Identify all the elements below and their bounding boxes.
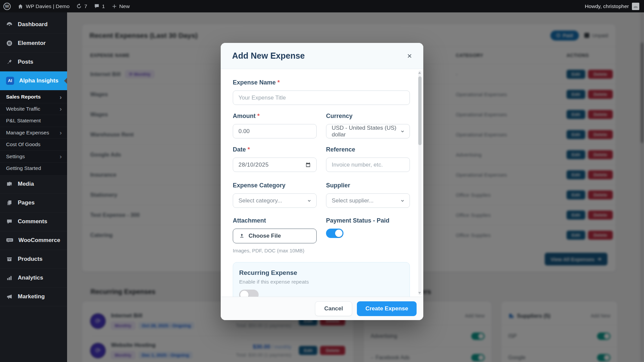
amount-label: Amount [233,113,256,120]
comment-icon [6,218,13,225]
recurring-expense-title: Recurring Expense [239,269,404,277]
sidebar-item-sales-reports[interactable]: Sales Reports› [0,91,67,103]
reference-input[interactable] [326,158,410,172]
amount-input[interactable] [233,124,317,138]
choose-file-button[interactable]: Choose File [233,229,317,243]
recurring-expense-toggle[interactable] [239,290,259,297]
date-label: Date [233,146,246,153]
comments-link[interactable]: 1 [94,3,105,9]
sidebar-item-pages[interactable]: Pages [0,194,67,213]
required-asterisk: * [248,146,250,153]
account-menu[interactable]: Howdy, christopher [585,3,639,10]
supplier-field-group: Supplier Select supplier... [326,182,410,208]
elementor-icon [6,40,13,47]
pages-icon [6,199,13,206]
required-asterisk: * [277,79,280,86]
woocommerce-icon: WOO [6,237,13,244]
payment-status-field-group: Payment Status - Paid [326,217,410,253]
payment-status-label: Payment Status - Paid [326,217,389,224]
chevron-down-icon [307,198,312,203]
amount-field-group: Amount * [233,113,317,138]
supplier-label: Supplier [326,182,350,189]
admin-sidebar: Dashboard Elementor Posts AI Alpha Insig… [0,12,67,362]
expense-category-label: Expense Category [233,182,285,189]
currency-select[interactable]: USD - United States (US) dollar [326,124,410,138]
comment-bubble-icon [94,3,100,9]
updates-icon [76,3,82,9]
site-name-link[interactable]: WP Davies | Demo [17,3,69,9]
cancel-button[interactable]: Cancel [315,301,353,316]
reference-label: Reference [326,146,355,153]
wordpress-logo-icon: W [3,3,11,10]
date-field-group: Date * 28/10/2025 [233,146,317,172]
modal-header: Add New Expense × [221,43,423,69]
megaphone-icon [6,293,13,300]
plus-icon [112,4,117,9]
chevron-right-icon: › [60,106,62,112]
wp-admin-bar: W WP Davies | Demo 7 1 New Howdy, christ… [0,0,644,12]
sidebar-item-alpha-insights[interactable]: AI Alpha Insights [0,71,67,90]
expense-name-label: Expense Name [233,79,276,86]
currency-field-group: Currency USD - United States (US) dollar [326,113,410,138]
scroll-up-arrow-icon[interactable] [418,72,421,74]
sidebar-item-manage-expenses[interactable]: Manage Expenses› [0,127,67,139]
calendar-icon[interactable] [305,162,311,168]
new-content-link[interactable]: New [112,3,130,9]
recurring-expense-box: Recurring Expense Enable if this expense… [233,262,410,297]
sidebar-item-woocommerce[interactable]: WOO WooCommerce [0,231,67,250]
alpha-insights-icon: AI [6,77,14,85]
sidebar-item-analytics[interactable]: Analytics [0,269,67,288]
box-icon [6,256,13,262]
scroll-down-arrow-icon[interactable] [418,292,421,294]
active-menu-arrow [64,78,67,84]
alpha-insights-submenu: Sales Reports› Website Traffic› P&L Stat… [0,90,67,175]
chevron-down-icon [400,198,405,203]
avatar [632,3,639,10]
sidebar-item-pl-statement[interactable]: P&L Statement [0,115,67,127]
recurring-expense-subtitle: Enable if this expense repeats [239,279,404,285]
screen: Recent Expenses (Last 30 Days) Paid Unpa… [0,0,644,362]
modal-scrollbar-thumb[interactable] [418,76,422,145]
sidebar-item-comments[interactable]: Comments [0,213,67,231]
sidebar-item-cost-of-goods[interactable]: Cost Of Goods [0,138,67,150]
add-expense-modal: Add New Expense × Expense Name * Amount … [221,43,423,320]
updates-link[interactable]: 7 [76,3,87,9]
attachment-hint: Images, PDF, DOC (max 10MB) [233,248,317,253]
modal-title: Add New Expense [232,51,305,61]
sidebar-item-products[interactable]: Products [0,250,67,269]
payment-status-toggle[interactable] [326,229,343,238]
chevron-down-icon [400,129,405,134]
close-icon[interactable]: × [407,52,412,60]
sidebar-item-elementor[interactable]: Elementor [0,34,67,53]
sidebar-item-getting-started[interactable]: Getting Started [0,162,67,174]
required-asterisk: * [257,113,260,120]
attachment-label: Attachment [233,217,266,224]
media-icon [6,181,13,187]
modal-footer: Cancel Create Expense [221,297,423,320]
sidebar-item-dashboard[interactable]: Dashboard [0,15,67,34]
expense-name-input[interactable] [233,90,410,105]
currency-label: Currency [326,113,353,120]
sidebar-item-website-traffic[interactable]: Website Traffic› [0,103,67,115]
svg-text:WOO: WOO [7,239,12,241]
sidebar-item-media[interactable]: Media [0,175,67,194]
pushpin-icon [6,59,13,65]
attachment-field-group: Attachment Choose File Images, PDF, DOC … [233,217,317,253]
upload-icon [239,233,245,239]
dashboard-icon [6,21,13,28]
sidebar-item-settings[interactable]: Settings› [0,150,67,163]
reference-field-group: Reference [326,146,410,172]
wp-logo-menu[interactable]: W [3,3,11,10]
sidebar-item-marketing[interactable]: Marketing [0,288,67,306]
sidebar-item-posts[interactable]: Posts [0,53,67,71]
supplier-select[interactable]: Select supplier... [326,193,410,208]
modal-body: Expense Name * Amount * Currency [221,69,423,297]
chevron-right-icon: › [60,153,62,160]
date-input[interactable]: 28/10/2025 [233,158,317,172]
expense-category-select[interactable]: Select category... [233,193,317,208]
create-expense-button[interactable]: Create Expense [357,301,417,316]
bar-chart-icon [6,275,13,281]
chevron-right-icon: › [60,94,62,100]
howdy-text: Howdy, christopher [585,3,629,9]
expense-name-field-group: Expense Name * [233,79,410,105]
